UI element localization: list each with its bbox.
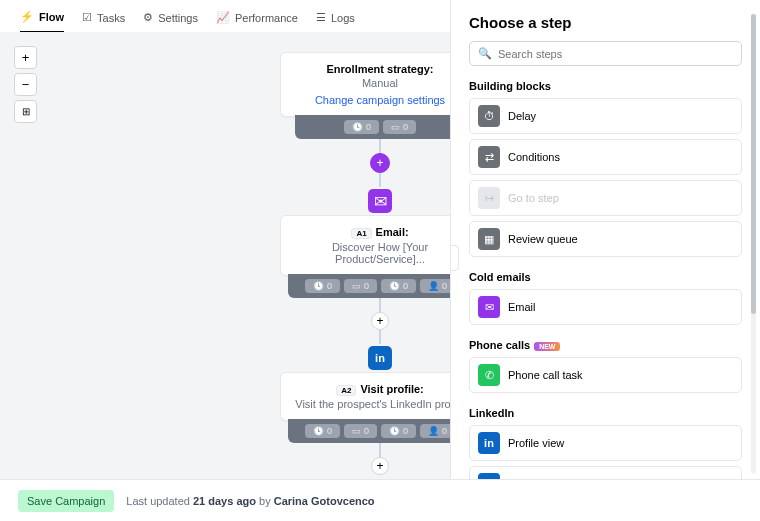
step-label: Phone call task [508, 369, 583, 381]
linkedin-icon: in [368, 346, 392, 370]
choose-step-panel: › Choose a step 🔍 Building blocks ⏱Delay… [450, 0, 760, 521]
stat-item: ▭0 [344, 424, 377, 438]
zoom-controls: + − ⊞ [14, 46, 37, 123]
tab-label: Tasks [97, 12, 125, 24]
step-email[interactable]: ✉Email [469, 289, 742, 325]
enrollment-stats: 🕓0 ▭0 [295, 115, 465, 139]
search-steps-input[interactable]: 🔍 [469, 41, 742, 66]
tab-label: Logs [331, 12, 355, 24]
save-campaign-button[interactable]: Save Campaign [18, 490, 114, 512]
phone-icon: ✆ [478, 364, 500, 386]
add-step-button[interactable]: + [371, 457, 389, 475]
connector [379, 330, 381, 344]
connector [379, 298, 381, 312]
conditions-icon: ⇄ [478, 146, 500, 168]
tab-flow[interactable]: ⚡ Flow [20, 10, 64, 33]
add-step-button[interactable]: + [371, 312, 389, 330]
search-icon: 🔍 [478, 47, 492, 60]
step-delay[interactable]: ⏱Delay [469, 98, 742, 134]
enrollment-title: Enrollment strategy: [291, 63, 469, 75]
visit-stats: 🕓0 ▭0 🕓0 👤0 [288, 419, 473, 443]
card-icon: ▭ [352, 426, 361, 436]
stat-item: ▭0 [383, 120, 416, 134]
email-step-body: Discover How [Your Product/Service]... [291, 241, 469, 265]
linkedin-icon: in [478, 432, 500, 454]
step-label: Conditions [508, 151, 560, 163]
new-badge: NEW [534, 342, 560, 351]
tasks-icon: ☑ [82, 11, 92, 24]
flow-icon: ⚡ [20, 10, 34, 23]
clock-icon: 🕓 [313, 426, 324, 436]
person-icon: 👤 [428, 281, 439, 291]
stat-item: ▭0 [344, 279, 377, 293]
email-title-row: A1Email: [291, 226, 469, 239]
step-goto[interactable]: ↦Go to step [469, 180, 742, 216]
scrollbar-thumb[interactable] [751, 14, 756, 314]
step-conditions[interactable]: ⇄Conditions [469, 139, 742, 175]
tab-label: Settings [158, 12, 198, 24]
email-step-title: Email: [376, 226, 409, 238]
tab-label: Flow [39, 11, 64, 23]
step-label: Email [508, 301, 536, 313]
fit-view-button[interactable]: ⊞ [14, 100, 37, 123]
step-label: Review queue [508, 233, 578, 245]
step-review-queue[interactable]: ▦Review queue [469, 221, 742, 257]
connector [379, 443, 381, 457]
step-label: Profile view [508, 437, 564, 449]
delay-icon: ⏱ [478, 105, 500, 127]
tab-tasks[interactable]: ☑ Tasks [82, 10, 125, 33]
clock-icon: 🕓 [389, 281, 400, 291]
visit-title-row: A2Visit profile: [291, 383, 469, 396]
change-campaign-settings-link[interactable]: Change campaign settings [291, 94, 469, 106]
collapse-panel-button[interactable]: › [450, 245, 459, 271]
step-label: Delay [508, 110, 536, 122]
goto-icon: ↦ [478, 187, 500, 209]
search-field[interactable] [498, 48, 733, 60]
panel-scrollbar[interactable] [751, 14, 756, 474]
email-icon: ✉ [368, 189, 392, 213]
tab-label: Performance [235, 12, 298, 24]
zoom-in-button[interactable]: + [14, 46, 37, 69]
email-icon: ✉ [478, 296, 500, 318]
tab-settings[interactable]: ⚙ Settings [143, 10, 198, 33]
step-phone-call[interactable]: ✆Phone call task [469, 357, 742, 393]
section-cold-emails: Cold emails [469, 271, 742, 283]
visit-step-title: Visit profile: [360, 383, 423, 395]
email-stats: 🕓0 ▭0 🕓0 👤0 [288, 274, 473, 298]
person-icon: 👤 [428, 426, 439, 436]
logs-icon: ☰ [316, 11, 326, 24]
visit-step-body: Visit the prospect's LinkedIn profile [291, 398, 469, 410]
performance-icon: 📈 [216, 11, 230, 24]
section-linkedin: LinkedIn [469, 407, 742, 419]
step-tag: A2 [336, 385, 356, 396]
clock-icon: 🕓 [389, 426, 400, 436]
enrollment-mode: Manual [291, 77, 469, 89]
stat-item: 🕓0 [344, 120, 379, 134]
card-icon: ▭ [352, 281, 361, 291]
stat-item: 🕓0 [381, 424, 416, 438]
card-icon: ▭ [391, 122, 400, 132]
step-label: Go to step [508, 192, 559, 204]
add-step-button[interactable]: + [370, 153, 390, 173]
step-profile-view[interactable]: inProfile view [469, 425, 742, 461]
clock-icon: 🕓 [352, 122, 363, 132]
author-link[interactable]: Carina Gotovcenco [274, 495, 375, 507]
panel-title: Choose a step [469, 14, 742, 31]
tab-performance[interactable]: 📈 Performance [216, 10, 298, 33]
stat-item: 🕓0 [381, 279, 416, 293]
step-tag: A1 [351, 228, 371, 239]
stat-item: 🕓0 [305, 424, 340, 438]
section-phone-calls: Phone callsNEW [469, 339, 742, 351]
last-updated-text: Last updated 21 days ago by Carina Gotov… [126, 495, 374, 507]
connector [379, 173, 381, 187]
zoom-out-button[interactable]: − [14, 73, 37, 96]
settings-icon: ⚙ [143, 11, 153, 24]
connector [379, 139, 381, 153]
tab-logs[interactable]: ☰ Logs [316, 10, 355, 33]
section-building-blocks: Building blocks [469, 80, 742, 92]
footer-bar: Save Campaign Last updated 21 days ago b… [0, 479, 760, 521]
stat-item: 🕓0 [305, 279, 340, 293]
review-icon: ▦ [478, 228, 500, 250]
clock-icon: 🕓 [313, 281, 324, 291]
